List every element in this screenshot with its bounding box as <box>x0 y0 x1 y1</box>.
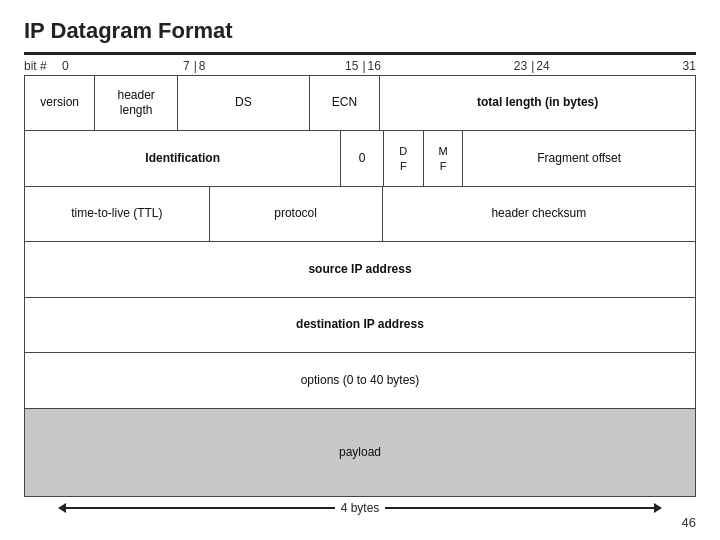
bit-num-15: 15 <box>231 59 361 73</box>
bit-num-7: 7 <box>126 59 192 73</box>
cell-mf: MF <box>424 131 464 185</box>
bit-num-31: 31 <box>568 59 696 73</box>
cell-fragment-offset: Fragment offset <box>463 131 695 185</box>
row-4: source IP address <box>25 242 695 297</box>
cell-source-ip: source IP address <box>25 242 695 296</box>
cell-header-checksum: header checksum <box>383 187 695 241</box>
page-number: 46 <box>24 515 696 530</box>
cell-ttl: time-to-live (TTL) <box>25 187 210 241</box>
row-7: payload <box>25 409 695 496</box>
bit-num-24: 24 <box>536 59 568 73</box>
arrow-left-icon <box>58 503 66 513</box>
ip-diagram: version headerlength DS ECN total length… <box>24 75 696 497</box>
page: IP Datagram Format bit # 0 7 | 8 15 | 16… <box>0 0 720 540</box>
cell-ds: DS <box>178 76 310 130</box>
row-6: options (0 to 40 bytes) <box>25 353 695 408</box>
bit-num-23: 23 <box>400 59 530 73</box>
four-bytes-label: 4 bytes <box>335 501 386 515</box>
bit-num-0: 0 <box>62 59 126 73</box>
bit-num-8: 8 <box>199 59 231 73</box>
divider <box>24 52 696 55</box>
cell-version: version <box>25 76 95 130</box>
bit-sep-2324: | <box>529 59 536 73</box>
bit-num-16: 16 <box>368 59 400 73</box>
row-3: time-to-live (TTL) protocol header check… <box>25 187 695 242</box>
cell-ecn: ECN <box>310 76 380 130</box>
cell-df: DF <box>384 131 424 185</box>
cell-payload: payload <box>25 409 695 496</box>
bit-label: bit # <box>24 59 47 73</box>
row-5: destination IP address <box>25 298 695 353</box>
cell-header-length: headerlength <box>95 76 178 130</box>
row-2: Identification 0 DF MF Fragment offset <box>25 131 695 186</box>
row-1: version headerlength DS ECN total length… <box>25 76 695 131</box>
arrow-right-icon <box>654 503 662 513</box>
cell-protocol: protocol <box>210 187 383 241</box>
cell-zero: 0 <box>341 131 384 185</box>
bit-sep-78: | <box>192 59 199 73</box>
cell-dest-ip: destination IP address <box>25 298 695 352</box>
cell-identification: Identification <box>25 131 341 185</box>
bottom-area: 4 bytes <box>24 503 696 513</box>
page-title: IP Datagram Format <box>24 18 696 44</box>
cell-total-length: total length (in bytes) <box>380 76 695 130</box>
bit-sep-1516: | <box>360 59 367 73</box>
cell-options: options (0 to 40 bytes) <box>25 353 695 407</box>
